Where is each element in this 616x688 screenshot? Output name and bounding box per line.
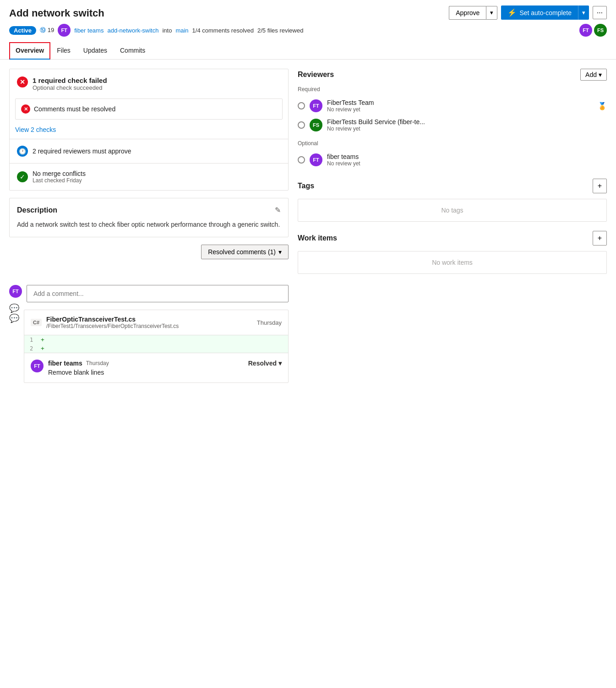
- line-num-1: 1: [30, 337, 41, 343]
- reviewer-avatar-ft: FT: [579, 24, 592, 37]
- approve-split-button[interactable]: ▾: [486, 6, 497, 20]
- comment-body: fiber teams Thursday Resolved ▾ Remove b…: [48, 360, 282, 376]
- file-comment-section: FT fiber teams Thursday Resolved ▾ Remov…: [24, 353, 288, 382]
- success-icon: ✓: [17, 171, 28, 182]
- resolved-label: Resolved: [248, 360, 277, 367]
- comment-icon: 💬: [9, 303, 19, 313]
- desc-text: Add a network switch test to check fiber…: [17, 220, 281, 229]
- desc-header: Description ✎: [17, 206, 281, 214]
- file-language: C#: [31, 319, 42, 326]
- commit-number: 19: [48, 27, 54, 33]
- reviewer-avatar-fs: FS: [594, 24, 607, 37]
- reviewer-item-fs: FS FiberTests Build Service (fiber-te...…: [298, 115, 607, 135]
- comments-resolved: 1/4 comments resolved: [192, 27, 254, 34]
- reviewer-avatar-optional-ft: FT: [310, 153, 322, 166]
- reviewer-info-fs: FiberTests Build Service (fiber-te... No…: [327, 118, 607, 132]
- desc-title: Description: [17, 206, 57, 214]
- add-reviewer-label: Add: [585, 71, 597, 78]
- clock-icon: 🕐: [17, 146, 28, 157]
- status-title: 1 required check failed: [33, 76, 107, 84]
- tags-title: Tags: [298, 182, 314, 190]
- branch-to-link[interactable]: main: [175, 27, 188, 34]
- comment-input[interactable]: [27, 285, 289, 302]
- add-tag-button[interactable]: +: [593, 179, 607, 193]
- reviewers-section: Reviewers Add ▾ Required FT FiberTests T…: [298, 69, 607, 169]
- file-info: FiberOpticTransceiverTest.cs /FiberTest1…: [46, 316, 179, 329]
- tab-overview[interactable]: Overview: [9, 42, 50, 60]
- reviewer-radio-fs[interactable]: [298, 121, 305, 129]
- status-main-text: 1 required check failed Optional check s…: [33, 76, 107, 91]
- add-reviewer-button[interactable]: Add ▾: [580, 69, 607, 81]
- chevron-down-icon: ▾: [278, 248, 282, 256]
- view-checks-link[interactable]: View 2 checks: [15, 126, 56, 133]
- reviewer-avatars: FT FS: [579, 24, 607, 37]
- set-autocomplete-button[interactable]: ⚡ Set auto-complete: [501, 5, 578, 20]
- resolved-comments-bar: Resolved comments (1) ▾: [9, 245, 289, 267]
- tags-section: Tags + No tags: [298, 179, 607, 222]
- autocomplete-split-button[interactable]: ▾: [578, 5, 589, 20]
- status-card: ✕ 1 required check failed Optional check…: [9, 69, 289, 191]
- work-items-title: Work items: [298, 234, 337, 242]
- reviewer-status-optional-ft: No review yet: [327, 160, 607, 167]
- check-error-icon: ✕: [21, 104, 30, 114]
- autocomplete-button-group: ⚡ Set auto-complete ▾: [501, 5, 589, 20]
- tab-updates[interactable]: Updates: [77, 42, 114, 60]
- merge-subtitle: Last checked Friday: [33, 177, 86, 184]
- edit-icon[interactable]: ✎: [275, 206, 281, 214]
- reviewer-avatar-fs-build: FS: [310, 119, 322, 131]
- resolved-comments-button[interactable]: Resolved comments (1) ▾: [201, 245, 289, 259]
- branch-from-link[interactable]: add-network-switch: [107, 27, 158, 34]
- resolved-comments-label: Resolved comments (1): [208, 248, 276, 256]
- reviewer-info-optional-ft: fiber teams No review yet: [327, 153, 607, 167]
- merge-title: No merge conflicts: [33, 170, 86, 177]
- comment-author-avatar: FT: [31, 360, 44, 372]
- reviewer-name-optional-ft: fiber teams: [327, 153, 607, 160]
- resolved-chevron-icon: ▾: [278, 360, 282, 367]
- file-name: FiberOpticTransceiverTest.cs: [46, 316, 179, 323]
- author-avatar: FT: [58, 24, 71, 37]
- line-content-1: +: [41, 336, 44, 343]
- reviewer-info-ft: FiberTests Team No review yet: [327, 99, 593, 113]
- header-actions: Approve ▾ ⚡ Set auto-complete ▾ ⋯: [449, 5, 607, 20]
- policy-merge: ✓ No merge conflicts Last checked Friday: [10, 163, 288, 190]
- commenter-avatar: FT: [9, 285, 22, 298]
- error-icon: ✕: [17, 76, 28, 87]
- file-card: C# FiberOpticTransceiverTest.cs /FiberTe…: [24, 310, 289, 383]
- file-path: /FiberTest1/Transceivers/FiberOpticTrans…: [46, 323, 179, 329]
- diff-line-1: 1 +: [24, 335, 288, 344]
- author-link[interactable]: fiber teams: [74, 27, 104, 34]
- left-column: ✕ 1 required check failed Optional check…: [9, 69, 289, 383]
- right-column: Reviewers Add ▾ Required FT FiberTests T…: [298, 69, 607, 383]
- file-comment-icon: 💬: [9, 313, 19, 323]
- approve-button[interactable]: Approve: [449, 6, 486, 20]
- resolved-badge[interactable]: Resolved ▾: [248, 360, 282, 367]
- required-label: Required: [298, 86, 607, 93]
- tabs-bar: Overview Files Updates Commits: [0, 42, 616, 60]
- comment-section: FT 💬: [9, 285, 289, 302]
- line-content-2: +: [41, 345, 44, 352]
- reviewer-radio-optional-ft[interactable]: [298, 156, 305, 164]
- tab-commits[interactable]: Commits: [114, 42, 152, 60]
- status-checks: ✕ Comments must be resolved View 2 check…: [10, 98, 288, 139]
- comment-header: fiber teams Thursday Resolved ▾: [48, 360, 282, 367]
- optional-label: Optional: [298, 140, 607, 147]
- file-section: 💬 C# FiberOpticTransceiverTest.cs /Fiber…: [9, 310, 289, 383]
- tags-empty: No tags: [298, 199, 607, 222]
- status-main: ✕ 1 required check failed Optional check…: [10, 69, 288, 98]
- work-items-header: Work items +: [298, 231, 607, 246]
- work-items-section: Work items + No work items: [298, 231, 607, 274]
- autocomplete-label: Set auto-complete: [519, 9, 572, 16]
- branch-into-text: into: [162, 27, 172, 34]
- reviewer-radio-ft[interactable]: [298, 102, 305, 109]
- add-work-item-button[interactable]: +: [593, 231, 607, 246]
- diff-area: 1 + 2 +: [24, 335, 288, 353]
- tab-files[interactable]: Files: [50, 42, 77, 60]
- comment-date: Thursday: [86, 360, 109, 366]
- check-text: Comments must be resolved: [34, 105, 115, 113]
- policy-reviewers-text: 2 required reviewers must approve: [33, 147, 131, 155]
- diff-line-2: 2 +: [24, 344, 288, 353]
- reviewers-header: Reviewers Add ▾: [298, 69, 607, 81]
- more-options-button[interactable]: ⋯: [593, 6, 607, 19]
- reviewer-item-optional-ft: FT fiber teams No review yet: [298, 150, 607, 169]
- reviewer-status-fs: No review yet: [327, 126, 607, 132]
